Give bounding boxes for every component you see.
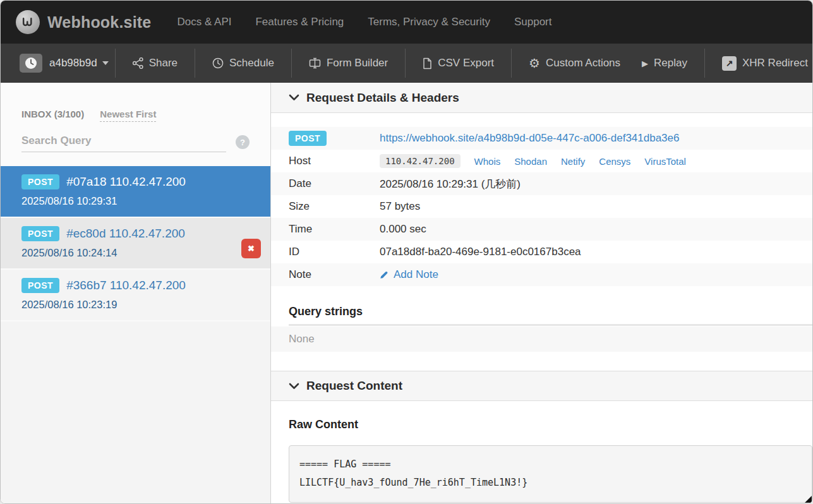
token-clock-icon [20, 54, 42, 73]
details-section-header[interactable]: Request Details & Headers [271, 83, 812, 113]
request-list: POST #07a18 110.42.47.200 2025/08/16 10:… [1, 166, 270, 504]
custom-actions-button[interactable]: ⚙ Custom Actions [518, 57, 631, 69]
table-row-note: Note Add Note [271, 263, 812, 286]
size-value: 57 bytes [380, 200, 420, 213]
toolbar-divider [511, 49, 512, 78]
brand[interactable]: Webhook.site [16, 10, 151, 34]
table-row-size: Size 57 bytes [271, 195, 812, 218]
nav-terms-privacy-security[interactable]: Terms, Privacy & Security [368, 16, 490, 28]
nav-support[interactable]: Support [514, 16, 552, 28]
request-date: 2025/08/16 10:23:19 [21, 299, 250, 311]
nav-docs-api[interactable]: Docs & API [177, 16, 231, 28]
method-badge: POST [21, 226, 59, 241]
custom-actions-label: Custom Actions [546, 57, 620, 69]
row-label: ID [289, 246, 380, 258]
content-section-header[interactable]: Request Content [271, 371, 812, 401]
section-title: Request Content [306, 379, 402, 393]
token-dropdown[interactable]: a4b98b9d [20, 54, 109, 73]
search-help-icon[interactable]: ? [236, 135, 250, 149]
row-label: Time [289, 223, 380, 236]
row-label: Date [289, 177, 380, 190]
toolbar-divider [195, 49, 195, 78]
replay-button[interactable]: ▶ Replay [631, 57, 698, 69]
toolbar-divider [704, 49, 705, 78]
method-badge: POST [289, 131, 327, 146]
request-details-table: POST https://webhook.site/a4b98b9d-d05e-… [271, 127, 812, 286]
app-window: Webhook.site Docs & API Features & Prici… [0, 0, 813, 504]
request-list-item[interactable]: POST #ec80d 110.42.47.200 2025/08/16 10:… [1, 218, 270, 270]
request-title: #ec80d 110.42.47.200 [66, 227, 185, 241]
form-builder-button[interactable]: Form Builder [298, 57, 399, 69]
raw-content-line: LILCTF{U_hav3_fOund_7He_ri6hT_TimeL1N3!} [299, 474, 802, 492]
collapse-chevron-icon[interactable] [289, 383, 299, 390]
host-ip-value: 110.42.47.200 [380, 154, 461, 168]
token-id: a4b98b9d [49, 57, 97, 69]
toolbar-divider [115, 49, 116, 78]
resize-corner [805, 496, 812, 503]
request-list-item[interactable]: POST #07a18 110.42.47.200 2025/08/16 10:… [1, 166, 270, 218]
share-label: Share [149, 57, 178, 69]
whois-link[interactable]: Whois [474, 156, 501, 167]
raw-content-block: ===== FLAG =====LILCTF{U_hav3_fOund_7He_… [289, 445, 812, 503]
search-input[interactable] [21, 132, 226, 152]
request-title: #366b7 110.42.47.200 [66, 279, 186, 292]
request-id-value: 07a18d8f-ba20-469e-9181-e0c0167b3cea [380, 246, 581, 258]
action-toolbar: a4b98b9d Share Sc [1, 44, 812, 83]
clock-icon [212, 57, 224, 69]
row-label: Note [289, 268, 380, 281]
raw-content-heading: Raw Content [289, 418, 812, 431]
toolbar-divider [405, 49, 406, 78]
schedule-button[interactable]: Schedule [202, 57, 285, 69]
request-list-item[interactable]: POST #366b7 110.42.47.200 2025/08/16 10:… [1, 270, 270, 321]
request-detail-panel: Request Details & Headers POST https://w… [271, 83, 812, 504]
x-icon: ✖ [248, 244, 255, 253]
chevron-down-icon [102, 61, 109, 65]
csv-export-button[interactable]: CSV Export [412, 57, 505, 69]
replay-label: Replay [654, 57, 687, 69]
request-date: 2025/08/16 10:29:31 [21, 195, 250, 207]
share-button[interactable]: Share [122, 57, 188, 69]
time-value: 0.000 sec [380, 223, 426, 236]
sort-order-toggle[interactable]: Newest First [100, 109, 156, 122]
form-icon [309, 57, 321, 69]
shodan-link[interactable]: Shodan [514, 156, 547, 167]
share-icon [133, 57, 143, 69]
nav-features-pricing[interactable]: Features & Pricing [255, 16, 344, 28]
method-badge: POST [21, 174, 59, 189]
request-url-link[interactable]: https://webhook.site/a4b98b9d-d05e-447c-… [380, 132, 679, 145]
query-strings-heading: Query strings [289, 305, 812, 326]
webhook-logo-icon [16, 10, 40, 34]
external-arrow-icon: ↗ [722, 56, 737, 71]
schedule-label: Schedule [229, 57, 274, 69]
table-row-host: Host 110.42.47.200 Whois Shodan Netify C… [271, 150, 812, 172]
table-row-date: Date 2025/08/16 10:29:31 (几秒前) [271, 172, 812, 195]
pencil-icon [380, 270, 388, 279]
censys-link[interactable]: Censys [599, 156, 630, 167]
netify-link[interactable]: Netify [561, 156, 585, 167]
table-row-id: ID 07a18d8f-ba20-469e-9181-e0c0167b3cea [271, 241, 812, 263]
xhr-redirect-button[interactable]: ↗ XHR Redirect [711, 56, 812, 71]
date-value: 2025/08/16 10:29:31 (几秒前) [380, 177, 521, 191]
section-title: Request Details & Headers [306, 91, 459, 105]
form-builder-label: Form Builder [327, 57, 388, 69]
row-label: Size [289, 200, 380, 213]
top-navbar: Webhook.site Docs & API Features & Prici… [1, 1, 812, 44]
toolbar-divider [291, 49, 292, 78]
play-icon: ▶ [642, 59, 648, 68]
collapse-chevron-icon[interactable] [289, 94, 299, 101]
file-icon [423, 57, 432, 69]
row-label: Host [289, 155, 380, 167]
add-note-link[interactable]: Add Note [380, 268, 438, 281]
table-row-time: Time 0.000 sec [271, 218, 812, 241]
request-sidebar: INBOX (3/100) Newest First ? POST #07a18… [1, 83, 271, 504]
virustotal-link[interactable]: VirusTotal [644, 156, 686, 167]
gear-icon: ⚙ [529, 57, 540, 69]
inbox-count-label: INBOX (3/100) [21, 109, 84, 119]
method-badge: POST [21, 278, 59, 293]
brand-name: Webhook.site [47, 13, 151, 32]
query-strings-empty-value: None [271, 327, 812, 352]
request-title: #07a18 110.42.47.200 [66, 175, 186, 189]
delete-request-button[interactable]: ✖ [241, 239, 261, 258]
sidebar-header: INBOX (3/100) Newest First ? [1, 83, 270, 166]
request-date: 2025/08/16 10:24:14 [21, 247, 250, 259]
